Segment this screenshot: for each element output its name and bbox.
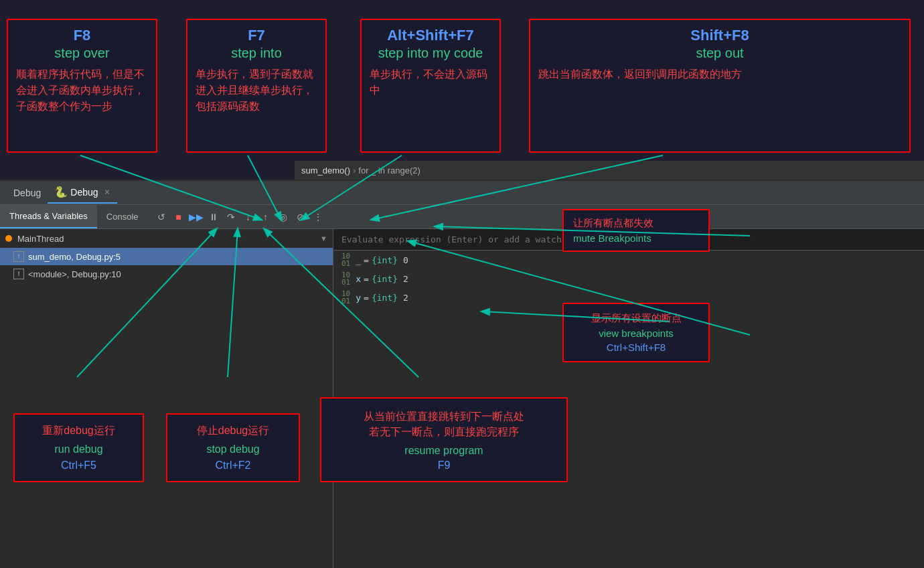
var-name-1: x xyxy=(356,274,361,284)
stopdebug-green: stop debug xyxy=(177,443,289,455)
viewbp-button[interactable]: ◎ xyxy=(275,209,291,225)
var-linenum-0: 10 01 xyxy=(341,253,350,267)
frame-icon-0: f xyxy=(13,251,24,262)
stop-debug-box: 停止debug运行 stop debug Ctrl+F2 xyxy=(166,413,300,482)
toolbar-icons: ↺ ■ ▶▶ ⏸ ↷ ↓ ↑ ◎ ⊘ ⋮ xyxy=(153,209,326,225)
debug-header: Debug 🐍 Debug ✕ xyxy=(0,181,924,205)
resume-green: resume program xyxy=(331,445,557,457)
shiftf8-subtitle: step out xyxy=(538,46,901,61)
var-val-num-2: 2 xyxy=(403,293,408,303)
var-name-0: _ xyxy=(356,255,361,265)
mute-breakpoints-box: 让所有断点都失效 mute Breakpoints xyxy=(562,209,710,252)
thread-expand-icon: ▼ xyxy=(320,234,327,242)
tab-threads-variables[interactable]: Threads & Variables xyxy=(0,205,97,228)
frame-icon-1: f xyxy=(13,269,24,279)
breadcrumb-func: sum_demo() xyxy=(301,165,350,175)
frame-label-0: sum_demo, Debug.py:5 xyxy=(28,252,121,262)
altshiftf7-body: 单步执行，不会进入源码中 xyxy=(370,66,491,98)
stepinto-button[interactable]: ↓ xyxy=(240,209,256,225)
stopdebug-body: 停止debug运行 xyxy=(177,424,289,438)
shiftf8-annotation-box: Shift+F8 step out 跳出当前函数体，返回到调用此函数的地方 xyxy=(529,19,911,153)
stopdebug-shortcut: Ctrl+F2 xyxy=(177,459,289,472)
f7-annotation-box: F7 step into 单步执行，遇到子函数就进入并且继续单步执行，包括源码函… xyxy=(186,19,327,153)
rundebug-body: 重新debug运行 xyxy=(24,424,133,438)
viewbp-shortcut: Ctrl+Shift+F8 xyxy=(573,342,699,353)
python-icon: 🐍 xyxy=(54,186,68,198)
viewbp-body: 显示所有设置的断点 xyxy=(573,312,699,325)
resume-button[interactable]: ▶▶ xyxy=(188,209,204,225)
debug-tab-2[interactable]: 🐍 Debug ✕ xyxy=(48,182,117,204)
stop-button[interactable]: ■ xyxy=(171,209,187,225)
stepover-button[interactable]: ↷ xyxy=(223,209,239,225)
frame-row-1[interactable]: f <module>, Debug.py:10 xyxy=(0,265,333,283)
viewbp-green: view breakpoints xyxy=(573,328,699,339)
resume-shortcut: F9 xyxy=(331,459,557,472)
breadcrumb-sep: › xyxy=(353,165,356,175)
rerun-button[interactable]: ↺ xyxy=(153,209,169,225)
var-name-2: y xyxy=(356,293,361,303)
breadcrumb-loop: for _ in range(2) xyxy=(358,165,420,175)
view-breakpoints-box: 显示所有设置的断点 view breakpoints Ctrl+Shift+F8 xyxy=(562,303,710,362)
debug-tab-2-label: Debug xyxy=(70,187,98,198)
altshiftf7-annotation-box: Alt+Shift+F7 step into my code 单步执行，不会进入… xyxy=(360,19,501,153)
main-thread-row[interactable]: MainThread ▼ xyxy=(0,229,333,248)
var-row-underscore: 10 01 _ = {int} 0 xyxy=(333,251,924,269)
var-val-num-0: 0 xyxy=(403,255,408,265)
tab-console-label: Console xyxy=(106,212,139,222)
f7-title: F7 xyxy=(196,27,317,44)
rundebug-shortcut: Ctrl+F5 xyxy=(24,459,133,472)
mutebp-button[interactable]: ⊘ xyxy=(293,209,309,225)
f8-title: F8 xyxy=(16,27,148,44)
var-val-2 xyxy=(398,293,403,303)
altshiftf7-subtitle: step into my code xyxy=(370,46,491,61)
var-type-0: {int} xyxy=(372,255,398,265)
frame-row-0[interactable]: f sum_demo, Debug.py:5 xyxy=(0,248,333,265)
var-eq-2: = xyxy=(364,293,369,303)
close-tab-icon[interactable]: ✕ xyxy=(104,188,110,197)
var-eq-1: = xyxy=(364,274,369,284)
var-type-1: {int} xyxy=(372,274,398,284)
more-button[interactable]: ⋮ xyxy=(310,209,326,225)
tabs-toolbar: Threads & Variables Console ↺ ■ ▶▶ ⏸ ↷ ↓… xyxy=(0,205,924,229)
var-row-x: 10 01 x = {int} 2 xyxy=(333,269,924,288)
var-val-num-1: 2 xyxy=(403,274,408,284)
breadcrumb: sum_demo() › for _ in range(2) xyxy=(295,161,924,180)
debug-tab-1-label: Debug xyxy=(13,188,41,198)
debug-tab-1[interactable]: Debug xyxy=(7,184,48,202)
mute-body: 让所有断点都失效 xyxy=(573,217,699,230)
var-val-0 xyxy=(398,255,403,265)
stepout-button[interactable]: ↑ xyxy=(258,209,274,225)
f7-subtitle: step into xyxy=(196,46,317,61)
frame-label-1: <module>, Debug.py:10 xyxy=(28,269,121,279)
main-thread-label: MainThread xyxy=(17,234,64,244)
mute-green: mute Breakpoints xyxy=(573,232,699,244)
tab-console[interactable]: Console xyxy=(97,205,148,228)
threads-panel: MainThread ▼ f sum_demo, Debug.py:5 f <m… xyxy=(0,229,333,568)
f8-annotation-box: F8 step over 顺着程序执行代码，但是不会进入子函数内单步执行，子函数… xyxy=(7,19,157,153)
f7-body: 单步执行，遇到子函数就进入并且继续单步执行，包括源码函数 xyxy=(196,66,317,115)
rundebug-green: run debug xyxy=(24,443,133,455)
resume-body2: 若无下一断点，则直接跑完程序 xyxy=(331,425,557,439)
var-val-1 xyxy=(398,274,403,284)
shiftf8-body: 跳出当前函数体，返回到调用此函数的地方 xyxy=(538,66,901,82)
run-debug-box: 重新debug运行 run debug Ctrl+F5 xyxy=(13,413,144,482)
thread-status-dot xyxy=(5,235,12,242)
resume-program-box: 从当前位置直接跳转到下一断点处 若无下一断点，则直接跑完程序 resume pr… xyxy=(320,397,568,482)
tab-threads-variables-label: Threads & Variables xyxy=(9,211,88,221)
pause-button[interactable]: ⏸ xyxy=(206,209,222,225)
var-eq-0: = xyxy=(364,255,369,265)
shiftf8-title: Shift+F8 xyxy=(538,27,901,44)
var-linenum-1: 10 01 xyxy=(341,271,350,286)
resume-body1: 从当前位置直接跳转到下一断点处 xyxy=(331,408,557,425)
var-linenum-2: 10 01 xyxy=(341,290,350,305)
altshiftf7-title: Alt+Shift+F7 xyxy=(370,27,491,44)
f8-subtitle: step over xyxy=(16,46,148,61)
f8-body: 顺着程序执行代码，但是不会进入子函数内单步执行，子函数整个作为一步 xyxy=(16,66,148,115)
var-type-2: {int} xyxy=(372,293,398,303)
